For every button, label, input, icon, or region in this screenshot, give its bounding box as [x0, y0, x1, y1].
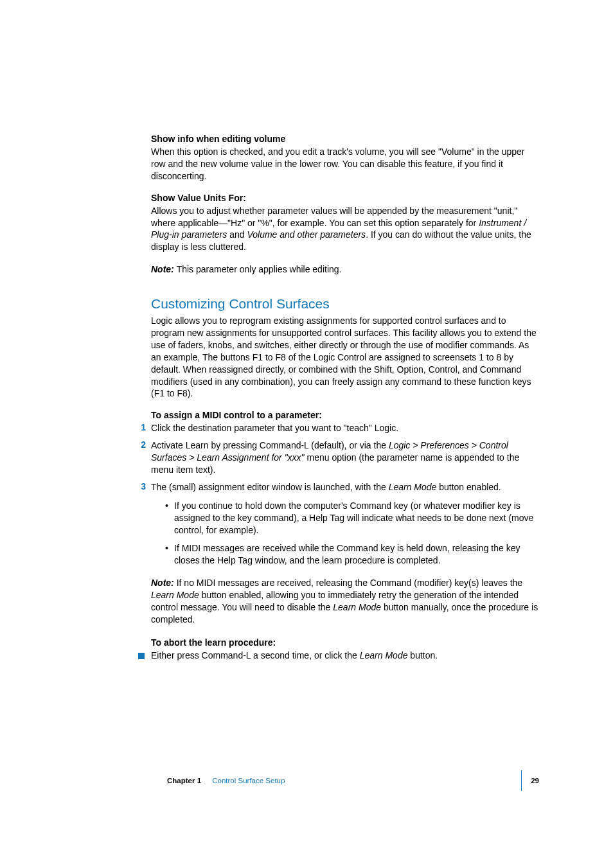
step-item: 3 The (small) assignment editor window i… — [151, 481, 539, 626]
step-number: 1 — [133, 422, 151, 434]
bullet-item: Either press Command-L a second time, or… — [151, 650, 539, 662]
bullet-text: Either press Command-L a second time, or… — [151, 650, 539, 662]
sub-bullet-item: • If MIDI messages are received while th… — [165, 542, 539, 567]
page: Show info when editing volume When this … — [0, 0, 613, 868]
bullet-text: If MIDI messages are received while the … — [174, 542, 539, 567]
step-text: Click the destination parameter that you… — [151, 422, 539, 434]
footer-chapter: Chapter 1 Control Surface Setup — [167, 777, 285, 784]
subheading-show-value-units: Show Value Units For: — [151, 193, 539, 203]
bullet-dot-icon: • — [165, 500, 174, 536]
steps-heading-abort: To abort the learn procedure: — [151, 637, 539, 648]
footer-right: 29 — [512, 770, 539, 791]
subheading-show-info: Show info when editing volume — [151, 134, 539, 144]
note-text: This parameter only applies while editin… — [177, 264, 342, 274]
text-fragment: If no MIDI messages are received, releas… — [177, 578, 522, 588]
italic-text: Learn Mode — [151, 590, 199, 600]
step-text: The (small) assignment editor window is … — [151, 481, 539, 626]
text-fragment: button enabled. — [436, 482, 501, 492]
bullet-text: If you continue to hold down the compute… — [174, 500, 539, 536]
italic-text: Learn Mode — [389, 482, 437, 492]
note-paragraph: Note: This parameter only applies while … — [151, 263, 539, 276]
footer-chapter-title: Control Surface Setup — [212, 777, 285, 784]
italic-text: Learn Mode — [333, 602, 381, 612]
body-text: Logic allows you to reprogram existing a… — [151, 315, 539, 400]
text-fragment: Either press Command-L a second time, or… — [151, 650, 360, 660]
note-paragraph: Note: If no MIDI messages are received, … — [151, 577, 539, 626]
text-fragment: button. — [407, 650, 438, 660]
note-label: Note: — [151, 578, 177, 588]
footer-chapter-number: Chapter 1 — [167, 777, 201, 784]
footer-divider — [521, 770, 522, 791]
body-text: Allows you to adjust whether parameter v… — [151, 205, 539, 254]
body-text: When this option is checked, and you edi… — [151, 146, 539, 182]
italic-text: Volume and other parameters — [247, 229, 366, 240]
footer-page-number: 29 — [531, 777, 539, 784]
bullet-dot-icon: • — [165, 542, 174, 567]
sub-bullet-item: • If you continue to hold down the compu… — [165, 500, 539, 536]
text-fragment: The (small) assignment editor window is … — [151, 482, 389, 492]
note-label: Note: — [151, 264, 177, 274]
text-fragment: Allows you to adjust whether parameter v… — [151, 206, 517, 228]
step-item: 1 Click the destination parameter that y… — [151, 422, 539, 434]
step-item: 2 Activate Learn by pressing Command-L (… — [151, 439, 539, 476]
section-heading-customizing: Customizing Control Surfaces — [151, 296, 539, 312]
page-footer: Chapter 1 Control Surface Setup 29 — [167, 770, 539, 791]
text-fragment: and — [227, 229, 247, 240]
square-bullet-icon — [138, 653, 145, 659]
step-text: Activate Learn by pressing Command-L (de… — [151, 439, 539, 476]
steps-heading-assign: To assign a MIDI control to a parameter: — [151, 410, 539, 420]
step-number: 2 — [133, 439, 151, 476]
steps-list: 1 Click the destination parameter that y… — [151, 422, 539, 625]
text-fragment: Activate Learn by pressing Command-L (de… — [151, 440, 389, 450]
step-number: 3 — [133, 481, 151, 626]
italic-text: Learn Mode — [360, 650, 408, 660]
